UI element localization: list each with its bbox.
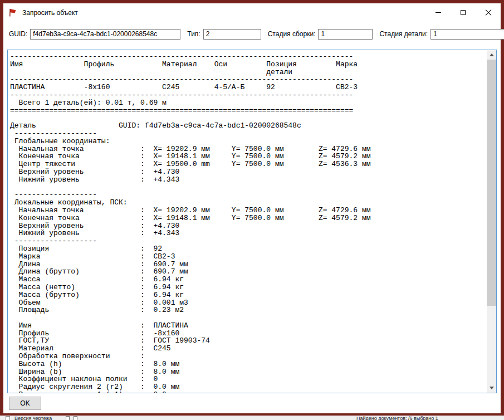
screenshot-root: Запросить объект GUID: Тип: <box>0 0 504 420</box>
query-object-dialog: Запросить объект GUID: Тип: <box>3 3 501 413</box>
statusbar-document-icon <box>66 416 70 420</box>
app-flag-icon <box>8 8 17 17</box>
close-button[interactable] <box>476 3 501 22</box>
window-title: Запросить объект <box>22 9 78 17</box>
type-input[interactable] <box>203 29 261 40</box>
report-text: ----------------------------------------… <box>8 50 487 393</box>
assembly-stage-input[interactable] <box>318 29 373 40</box>
statusbar-document-icon <box>74 416 77 420</box>
maximize-icon <box>461 10 466 15</box>
minimize-icon <box>436 12 441 13</box>
part-stage-input[interactable] <box>430 29 504 40</box>
statusbar-checkbox-icon <box>6 416 10 420</box>
report-panel: ----------------------------------------… <box>7 50 497 393</box>
statusbar-right-text: Найдено документов: /6 выбрано 1 <box>356 416 438 420</box>
close-icon <box>485 9 492 16</box>
titlebar[interactable]: Запросить объект <box>3 3 501 22</box>
scroll-up-button[interactable] <box>487 50 496 60</box>
maximize-button[interactable] <box>451 3 476 22</box>
ok-button[interactable]: OK <box>9 397 41 410</box>
object-fields-row: GUID: Тип: Стадия сборки: Стадия детали: <box>3 22 501 46</box>
window-controls <box>425 3 501 22</box>
scrollbar-thumb[interactable] <box>487 60 496 306</box>
vertical-scrollbar[interactable] <box>487 50 496 393</box>
dialog-footer: OK <box>3 393 501 413</box>
statusbar-left-text: Версия чертежа <box>14 416 52 420</box>
type-field-group: Тип: <box>187 29 261 40</box>
guid-label: GUID: <box>9 30 27 38</box>
arrow-down-icon <box>490 387 494 389</box>
assembly-stage-field-group: Стадия сборки: <box>268 29 373 40</box>
part-stage-label: Стадия детали: <box>379 30 428 38</box>
guid-field-group: GUID: <box>9 29 180 40</box>
part-stage-field-group: Стадия детали: <box>379 29 504 40</box>
scrollbar-track[interactable] <box>487 60 496 383</box>
type-label: Тип: <box>187 30 200 38</box>
arrow-up-icon <box>490 53 494 56</box>
guid-input[interactable] <box>30 29 180 40</box>
background-app-statusbar: Версия чертежа Найдено документов: /6 вы… <box>0 416 504 420</box>
assembly-stage-label: Стадия сборки: <box>268 30 316 38</box>
scroll-down-button[interactable] <box>487 383 496 393</box>
minimize-button[interactable] <box>425 3 451 22</box>
